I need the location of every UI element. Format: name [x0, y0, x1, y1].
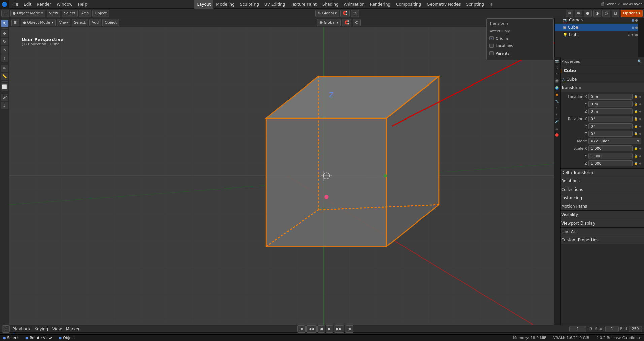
pivot-point-dropdown[interactable]: ⊕ Global ▾ — [315, 10, 339, 17]
jump-to-end-btn[interactable]: ⏭ — [345, 325, 353, 333]
workspace-animation[interactable]: Animation — [341, 0, 367, 9]
transform-tool[interactable]: ⊹ — [1, 54, 8, 62]
scene-props-icon[interactable]: 🎬 — [554, 78, 560, 84]
workspace-add[interactable]: + — [487, 0, 496, 9]
props-object-name[interactable]: Cube — [564, 68, 641, 73]
start-frame-input[interactable]: 1 — [605, 326, 619, 332]
vp-pivot-dropdown[interactable]: ⊕ Global ▾ — [317, 19, 341, 26]
world-props-icon[interactable]: 🌍 — [554, 85, 560, 91]
data-props-icon[interactable]: △ — [554, 125, 560, 131]
physics-props-icon[interactable]: ⚡ — [554, 112, 560, 118]
rotation-z-lock-icon[interactable]: 🔒 — [634, 132, 638, 135]
parents-checkbox[interactable] — [489, 51, 494, 55]
custom-properties-header[interactable]: ▶ Custom Properties — [555, 236, 644, 244]
location-z-anim-icon[interactable]: ◆ — [639, 110, 641, 113]
viewport-display-header[interactable]: ▶ Viewport Display — [555, 219, 644, 227]
end-frame-input[interactable]: 250 — [629, 326, 642, 332]
cube-select-icon[interactable]: ● — [635, 26, 638, 29]
workspace-rendering[interactable]: Rendering — [367, 0, 393, 9]
output-props-icon[interactable]: 🖨 — [554, 65, 560, 71]
menu-help[interactable]: Help — [75, 0, 90, 9]
location-z-value[interactable]: 0 m — [588, 108, 633, 114]
relations-header[interactable]: ▶ Relations — [555, 177, 644, 185]
annotate-tool[interactable]: ✏ — [1, 65, 8, 72]
vp-select-btn[interactable]: Select — [72, 19, 88, 26]
scale-x-value[interactable]: 1.000 — [588, 145, 633, 151]
constraints-props-icon[interactable]: 🔗 — [554, 118, 560, 125]
collections-header[interactable]: ▶ Collections — [555, 185, 644, 194]
origins-row[interactable]: Origins — [489, 35, 551, 42]
vp-proportional-btn[interactable]: ⊙ — [353, 19, 361, 26]
viewport-3d[interactable]: ⊞ ● Object Mode ▾ View Select Add Object… — [9, 18, 638, 325]
menu-render[interactable]: Render — [34, 0, 54, 9]
timeline-view-label[interactable]: View — [51, 327, 63, 331]
sculpt-tool[interactable]: ▵ — [1, 102, 8, 109]
add-tool[interactable]: ⬜ — [1, 83, 8, 91]
object-mode-dropdown[interactable]: ● Object Mode ▾ — [10, 10, 45, 17]
parents-row[interactable]: Parents — [489, 50, 551, 57]
vp-snap-btn[interactable]: 🧲 — [342, 19, 351, 26]
keying-label[interactable]: Keying — [33, 327, 49, 331]
location-x-lock-icon[interactable]: 🔒 — [634, 95, 638, 98]
rotation-y-value[interactable]: 0° — [588, 123, 633, 129]
rotation-y-lock-icon[interactable]: 🔒 — [634, 125, 638, 128]
menu-edit[interactable]: Edit — [21, 0, 34, 9]
cursor-tool[interactable]: ↖ — [1, 20, 8, 27]
timeline-editor-type[interactable]: ⊞ — [2, 325, 10, 333]
scale-x-lock-icon[interactable]: 🔒 — [634, 147, 638, 150]
marker-label[interactable]: Marker — [65, 327, 81, 331]
options-button[interactable]: Options ▾ — [621, 10, 643, 17]
viewport-shading-solid[interactable]: ● — [584, 10, 592, 17]
add-btn[interactable]: Add — [79, 10, 91, 17]
location-y-lock-icon[interactable]: 🔒 — [634, 102, 638, 106]
location-y-anim-icon[interactable]: ◆ — [639, 102, 641, 106]
workspace-uv-editing[interactable]: UV Editing — [262, 0, 288, 9]
workspace-shading[interactable]: Shading — [319, 0, 341, 9]
jump-to-start-btn[interactable]: ⏮ — [297, 325, 306, 333]
workspace-geometry-nodes[interactable]: Geometry Nodes — [424, 0, 463, 9]
object-props-icon[interactable]: ▣ — [554, 92, 560, 98]
rotation-z-anim-icon[interactable]: ◆ — [639, 132, 641, 135]
particles-props-icon[interactable]: ✦ — [554, 105, 560, 111]
instancing-header[interactable]: ▶ Instancing — [555, 194, 644, 202]
vp-add-btn[interactable]: Add — [89, 19, 101, 26]
workspace-texture-paint[interactable]: Texture Paint — [288, 0, 319, 9]
workspace-layout[interactable]: Layout — [194, 0, 213, 9]
workspace-modeling[interactable]: Modeling — [213, 0, 237, 9]
camera-select-icon[interactable]: ● — [635, 18, 638, 22]
view-layer-props-icon[interactable]: 🗂 — [554, 71, 560, 77]
rotation-x-lock-icon[interactable]: 🔒 — [634, 117, 638, 121]
scale-z-value[interactable]: 1.000 — [588, 160, 633, 166]
rotate-tool[interactable]: ↻ — [1, 38, 8, 45]
play-reverse-btn[interactable]: ◀ — [317, 325, 325, 333]
scale-z-anim-icon[interactable]: ◆ — [639, 162, 641, 165]
editor-type-btn[interactable]: ⊞ — [1, 10, 9, 17]
outliner-row-light[interactable]: 💡 Light ⊕ 👁 ● — [555, 31, 638, 38]
visibility-header[interactable]: ▶ Visibility — [555, 211, 644, 219]
paint-tool[interactable]: 🖌 — [1, 94, 8, 101]
props-object-type[interactable]: Cube — [566, 77, 641, 82]
viewport-shading-wireframe[interactable]: ◻ — [612, 10, 619, 17]
overlay-btn[interactable]: ⊞ — [566, 10, 573, 17]
scale-y-value[interactable]: 1.000 — [588, 153, 633, 159]
light-select-icon[interactable]: ● — [635, 33, 638, 37]
move-tool[interactable]: ✥ — [1, 30, 8, 37]
outliner-row-cube[interactable]: ▣ Cube ● ● — [555, 24, 638, 31]
motion-paths-header[interactable]: ▶ Motion Paths — [555, 202, 644, 210]
viewport-editor-type[interactable]: ⊞ — [11, 19, 19, 26]
fps-icon[interactable]: ⏱ — [587, 326, 594, 332]
menu-file[interactable]: File — [9, 0, 21, 9]
locations-row[interactable]: Locations — [489, 42, 551, 49]
render-props-icon[interactable]: 📷 — [554, 58, 560, 64]
props-search-icon[interactable]: 🔍 — [637, 59, 642, 64]
material-props-icon[interactable]: 🔴 — [554, 132, 560, 138]
locations-checkbox[interactable] — [489, 44, 494, 48]
light-eye-icon[interactable]: 👁 — [631, 33, 634, 37]
workspace-sculpting[interactable]: Sculpting — [237, 0, 262, 9]
transform-section-header[interactable]: ▼ Transform — [555, 83, 644, 92]
cube-eye-icon[interactable]: ● — [632, 26, 635, 29]
light-target-icon[interactable]: ⊕ — [628, 33, 630, 37]
object-btn[interactable]: Object — [92, 10, 109, 17]
location-x-anim-icon[interactable]: ◆ — [639, 95, 641, 98]
camera-eye-icon[interactable]: ● — [632, 18, 635, 22]
